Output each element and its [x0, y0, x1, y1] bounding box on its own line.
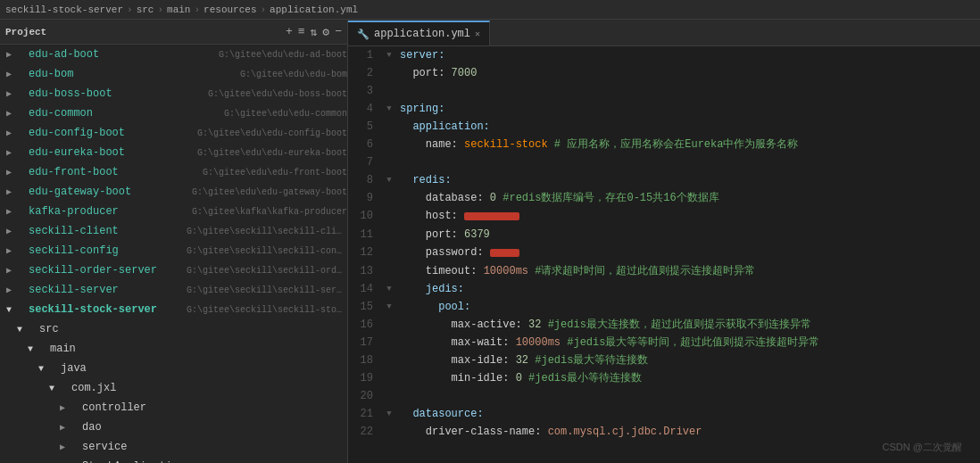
- line-content: password: ██████: [396, 244, 980, 262]
- top-bar: seckill-stock-server › src › main › reso…: [0, 0, 980, 20]
- code-segment: seckill-stock: [464, 138, 548, 151]
- tree-item-path: G:\gitee\edu\edu-eureka-boot: [197, 148, 347, 158]
- sort-icon[interactable]: ⇅: [311, 25, 318, 39]
- tab-close-icon[interactable]: ✕: [475, 29, 480, 39]
- tree-item-dao[interactable]: ▶dao: [0, 418, 347, 437]
- line-gutter: [382, 423, 396, 441]
- line-content: datasource:: [396, 405, 980, 423]
- tree-arrow: ▶: [4, 226, 14, 236]
- line-number: 9: [348, 189, 382, 207]
- tree-item-seckill-server[interactable]: ▶seckill-serverG:\gitee\seckill\seckill-…: [0, 280, 347, 300]
- code-segment: datasource:: [400, 408, 484, 420]
- line-gutter: ▼: [382, 405, 396, 423]
- tree-item-label: controller: [82, 401, 347, 414]
- code-line: 19 min-idle: 0 #jedis最小等待连接数: [348, 369, 980, 387]
- tree-item-main[interactable]: ▼main: [0, 339, 347, 359]
- code-line: 16 max-active: 32 #jedis最大连接数，超过此值则提示获取不…: [348, 316, 980, 334]
- line-number: 15: [348, 298, 382, 316]
- code-segment: name:: [400, 138, 464, 151]
- tree-item-seckill-client[interactable]: ▶seckill-clientG:\gitee\seckill\seckill-…: [0, 221, 347, 241]
- code-line: 5 application:: [348, 118, 980, 136]
- line-number: 13: [348, 262, 382, 280]
- line-content: server:: [396, 46, 980, 64]
- tab-label: application.yml: [374, 28, 470, 40]
- sidebar[interactable]: Project + ≡ ⇅ ⚙ − ▶edu-ad-bootG:\gitee\e…: [0, 20, 348, 463]
- tree-item-label: service: [82, 441, 347, 453]
- tree-item-edu-boss-boot[interactable]: ▶edu-boss-bootG:\gitee\edu\edu-boss-boot: [0, 84, 347, 103]
- tree-item-controller[interactable]: ▶controller: [0, 398, 347, 418]
- code-segment: 7000: [452, 67, 478, 79]
- tree-item-src[interactable]: ▼src: [0, 319, 347, 339]
- line-number: 12: [348, 244, 382, 262]
- tree-item-edu-eureka-boot[interactable]: ▶edu-eureka-bootG:\gitee\edu\edu-eureka-…: [0, 143, 347, 162]
- tree-item-com.jxl[interactable]: ▼com.jxl: [0, 378, 347, 398]
- tree-item-edu-gateway-boot[interactable]: ▶edu-gateway-bootG:\gitee\edu\edu-gatewa…: [0, 182, 347, 202]
- code-segment: max-active:: [400, 318, 528, 331]
- line-gutter: [382, 387, 396, 405]
- tree-item-java[interactable]: ▼java: [0, 359, 347, 378]
- code-segment: 0: [516, 372, 522, 384]
- tree-item-StockApplication[interactable]: ☕StockApplication: [0, 457, 347, 463]
- line-number: 3: [348, 82, 382, 100]
- line-number: 8: [348, 171, 382, 189]
- code-segment: password:: [400, 246, 490, 259]
- tree-item-path: G:\gitee\edu\edu-front-boot: [203, 168, 347, 178]
- line-number: 5: [348, 118, 382, 136]
- editor-area: 🔧 application.yml ✕ 1▼server:2 port: 700…: [348, 20, 980, 463]
- line-number: 19: [348, 369, 382, 387]
- line-number: 10: [348, 207, 382, 226]
- tree-item-label: seckill-client: [29, 225, 183, 237]
- collapse-icon[interactable]: −: [335, 25, 342, 39]
- tree-item-edu-front-boot[interactable]: ▶edu-front-bootG:\gitee\edu\edu-front-bo…: [0, 162, 347, 182]
- line-content: max-wait: 10000ms #jedis最大等等时间，超过此值则提示连接…: [396, 334, 980, 351]
- tree-item-edu-ad-boot[interactable]: ▶edu-ad-bootG:\gitee\edu\edu-ad-boot: [0, 45, 347, 64]
- tree-arrow: ▶: [4, 88, 14, 99]
- tree-item-path: G:\gitee\edu\edu-gateway-boot: [192, 187, 347, 197]
- line-content: redis:: [396, 171, 980, 189]
- editor-content[interactable]: 1▼server:2 port: 700034▼spring:5 applica…: [348, 46, 980, 463]
- tree-item-label: seckill-stock-server: [29, 303, 183, 316]
- tree-arrow: ▶: [4, 285, 14, 295]
- code-line: 7: [348, 153, 980, 171]
- project-tree: ▶edu-ad-bootG:\gitee\edu\edu-ad-boot▶edu…: [0, 45, 347, 463]
- tree-item-edu-bom[interactable]: ▶edu-bomG:\gitee\edu\edu-bom: [0, 64, 347, 84]
- gear-icon[interactable]: ⚙: [322, 25, 329, 39]
- tree-item-label: edu-gateway-boot: [29, 186, 188, 198]
- line-gutter: [382, 226, 396, 244]
- add-icon[interactable]: +: [286, 25, 293, 39]
- line-gutter: [382, 334, 396, 351]
- code-segment: #redis数据库编号，存在0-15共16个数据库: [496, 192, 719, 204]
- tree-item-seckill-config[interactable]: ▶seckill-configG:\gitee\seckill\seckill-…: [0, 241, 347, 260]
- main-layout: Project + ≡ ⇅ ⚙ − ▶edu-ad-bootG:\gitee\e…: [0, 20, 980, 463]
- line-content: timeout: 10000ms #请求超时时间，超过此值则提示连接超时异常: [396, 262, 980, 280]
- line-number: 16: [348, 316, 382, 334]
- tree-item-label: com.jxl: [71, 382, 347, 394]
- line-gutter: [382, 118, 396, 136]
- tree-item-label: edu-bom: [29, 68, 237, 80]
- tree-item-service[interactable]: ▶service: [0, 437, 347, 457]
- tree-item-kafka-producer[interactable]: ▶kafka-producerG:\gitee\kafka\kafka-prod…: [0, 202, 347, 221]
- line-number: 17: [348, 334, 382, 351]
- code-segment: timeout:: [400, 265, 484, 277]
- line-content: max-idle: 32 #jedis最大等待连接数: [396, 351, 980, 369]
- tree-item-edu-config-boot[interactable]: ▶edu-config-bootG:\gitee\edu\edu-config-…: [0, 123, 347, 143]
- code-line: 22 driver-class-name: com.mysql.cj.jdbc.…: [348, 423, 980, 441]
- code-segment: database:: [400, 192, 490, 204]
- code-line: 6 name: seckill-stock # 应用名称，应用名称会在Eurek…: [348, 136, 980, 153]
- tree-item-label: edu-common: [29, 107, 220, 120]
- code-line: 11 port: 6379: [348, 226, 980, 244]
- tree-arrow: ▶: [57, 422, 68, 433]
- sidebar-title: Project: [5, 27, 46, 37]
- tree-item-edu-common[interactable]: ▶edu-commonG:\gitee\edu\edu-common: [0, 103, 347, 123]
- line-gutter: [382, 351, 396, 369]
- line-gutter: [382, 316, 396, 334]
- tab-file-icon: 🔧: [357, 29, 370, 40]
- tree-item-seckill-order-server[interactable]: ▶seckill-order-serverG:\gitee\seckill\se…: [0, 260, 347, 280]
- code-segment: application:: [400, 120, 490, 133]
- tab-application-yml[interactable]: 🔧 application.yml ✕: [348, 21, 490, 45]
- code-line: 10 host: ████████████: [348, 207, 980, 226]
- line-gutter: [382, 189, 396, 207]
- menu-icon[interactable]: ≡: [298, 25, 305, 39]
- tree-item-seckill-stock-server[interactable]: ▼seckill-stock-serverG:\gitee\seckill\se…: [0, 300, 347, 319]
- tree-arrow: ▶: [4, 206, 14, 217]
